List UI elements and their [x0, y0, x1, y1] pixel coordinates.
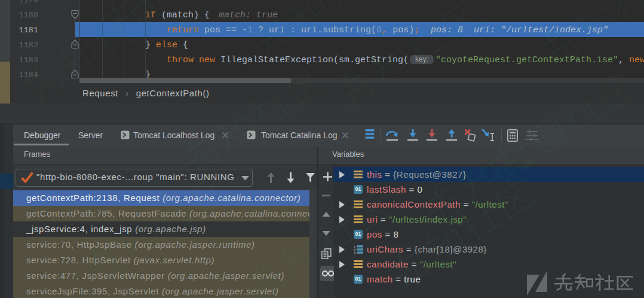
svg-text:3: 3 — [354, 251, 356, 255]
